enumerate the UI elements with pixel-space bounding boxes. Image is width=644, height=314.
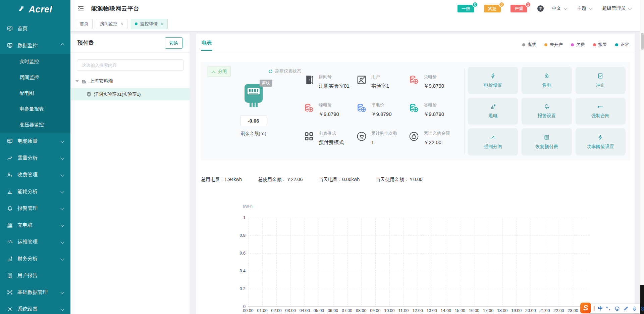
legend-label: 欠费 [576,42,585,48]
tree-node-meter[interactable]: 江阴实验室01(实验室1) [71,88,190,100]
search-input[interactable] [81,62,179,68]
field-value: ￥9.8790 [319,111,339,118]
meter-field: 平电价 ￥9.8790 [356,97,409,126]
stat-value: 1.94kwh [224,177,242,182]
chart-x-tick: 10:00 [384,308,394,313]
badge-label: 严重 [515,6,523,11]
help-icon[interactable]: ? [537,5,544,12]
switch-button[interactable]: 切换 [165,37,183,49]
page-tab[interactable]: 首页 [76,19,93,29]
sidebar-item[interactable]: 报警管理 [0,200,70,217]
ime-punctuation-toggle[interactable]: °， [606,306,611,311]
handwriting-icon[interactable] [623,306,629,311]
chart-gridline-v [502,218,503,307]
action-button[interactable]: 预 恢复预付费 [522,128,572,155]
language-label: 中文 [552,5,561,11]
scrollbar-track[interactable] [640,0,644,314]
collapse-menu-icon[interactable] [77,5,85,12]
action-button[interactable]: 电价设置 [468,67,518,94]
chevron-down-icon [60,139,64,143]
field-icon [408,74,420,86]
language-select[interactable]: 中文 [552,5,567,11]
sidebar-item-icon [7,222,13,228]
sidebar-item[interactable]: 充电桩 [0,217,70,233]
sidebar-item[interactable]: 配电图 [0,85,70,101]
action-icon [543,103,550,110]
balance-value: -0.06 [240,116,267,126]
alarm-level-badge[interactable]: 紧急 0 [484,5,501,12]
emoji-icon[interactable] [614,306,620,311]
action-button[interactable]: 强制分闸 [468,128,518,155]
sidebar-item[interactable]: 数据监控 [0,37,70,54]
chart-x-tick: 01:00 [257,308,267,313]
sidebar-item[interactable]: 收费管理 [0,166,70,183]
action-button[interactable]: 售电 [522,67,572,94]
sidebar-item[interactable]: 房间监控 [0,70,70,85]
user-menu[interactable]: 超级管理员 [602,5,631,11]
action-button[interactable]: 功率阈值设置 [576,128,626,155]
action-icon [597,103,604,110]
action-button[interactable]: 退电 [468,98,518,125]
refresh-meter-status[interactable]: 刷新仪表状态 [268,68,301,74]
alarm-level-badge[interactable]: 一般 0 [458,5,474,12]
chart-x-tick: 07:00 [342,308,352,313]
meter-field: 峰电价 ￥9.8790 [303,97,356,126]
field-value: ￥9.8790 [424,83,444,89]
sidebar-item[interactable]: 运维管理 [0,233,70,250]
sidebar-item[interactable]: 能耗分析 [0,183,70,200]
field-label: 累计充值金额 [424,130,450,136]
chart-gridline-h [248,235,590,236]
page-tab[interactable]: 房间监控 [96,19,127,29]
sidebar-item[interactable]: 实时监控 [0,54,70,70]
chevron-down-icon [60,257,64,260]
sidebar-item[interactable]: 电参量报表 [0,101,70,117]
badge-label: 一般 [462,6,470,11]
close-icon[interactable] [120,22,123,26]
chevron-down-icon [60,173,64,176]
sidebar-item-label: 财务分析 [17,256,61,262]
refresh-label: 刷新仪表状态 [275,68,301,74]
meter-field: 房间号 江阴实验室01 [303,69,356,97]
sidebar-item[interactable]: 用户报告 [0,267,70,284]
sogou-logo-icon[interactable]: S [580,303,591,313]
ime-skin-icon[interactable] [641,306,644,311]
chart-y-tick: 0.2 [233,286,246,291]
chart-gridline-v [305,218,305,307]
tab-label: 监控详情 [140,21,158,27]
voice-input-icon[interactable] [632,306,637,311]
action-icon [490,73,496,79]
chart-gridline-v [517,218,517,307]
sidebar-item-icon [7,138,13,144]
action-button[interactable]: 报警设置 [522,98,572,125]
sidebar-item[interactable]: 首页 [0,20,70,37]
action-icon [490,134,496,141]
legend-item: 欠费 [571,42,585,48]
legend-item: 报警 [593,42,607,48]
scrollbar-thumb[interactable] [641,33,644,50]
chevron-down-icon [60,223,64,227]
sidebar-item[interactable]: 电能质量 [0,133,70,149]
ime-language-toggle[interactable]: 中 [598,306,603,312]
sidebar-item[interactable]: 系统设置 [0,301,70,314]
tab-meter[interactable]: 电表 [201,40,212,51]
page-tab[interactable]: 监控详情 [131,19,168,29]
meter-actions-grid: 电价设置 售电 冲正 退电 报警设置 强制合闸 强制分闸 预 恢复预付费 功率阈… [468,66,626,156]
chart-x-tick: 03:00 [285,308,296,313]
theme-select[interactable]: 主题 [577,5,592,11]
legend-item: 未开户 [544,42,563,48]
sidebar-item[interactable]: 变压器监控 [0,117,70,133]
chart-x-tick: 02:00 [271,308,282,313]
active-dot [135,23,138,25]
sidebar-item[interactable]: 财务分析 [0,250,70,267]
action-icon: 预 [543,134,550,141]
action-button[interactable]: 强制合闸 [576,98,626,125]
action-button[interactable]: 冲正 [576,67,626,94]
sidebar-item-label: 电能质量 [17,138,61,144]
sidebar-item[interactable]: 基础数据管理 [0,284,70,301]
sidebar-item[interactable]: 需量分析 [0,149,70,166]
action-label: 强制合闸 [591,113,609,119]
field-label: 谷电价 [424,102,444,108]
alarm-level-badge[interactable]: 严重 1 [511,5,527,12]
tree-node-company[interactable]: 上海安科瑞 [71,76,190,86]
close-icon[interactable] [160,22,164,26]
